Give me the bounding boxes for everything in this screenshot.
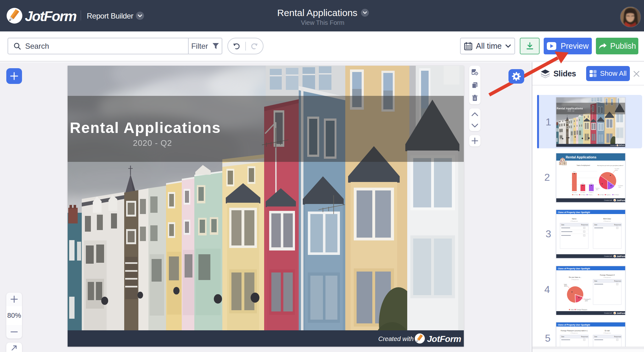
svg-text:How long have you lived in you: How long have you lived in your given(ab… xyxy=(597,165,623,166)
svg-text:2020 - Q2: 2020 - Q2 xyxy=(133,138,172,148)
svg-text:Foreign Passport (country/vali: Foreign Passport (country/valid in ) xyxy=(561,330,587,332)
svg-text:20%: 20% xyxy=(585,300,588,302)
svg-text:0-1 Year: 0-1 Year xyxy=(574,194,578,195)
svg-text:4 Responses: 4 Responses xyxy=(603,277,611,278)
svg-text:$: $ xyxy=(564,162,565,165)
svg-text:JotForm: JotForm xyxy=(617,255,625,258)
svg-text:5 years +: 5 years + xyxy=(606,194,612,195)
svg-text:Rental Applications: Rental Applications xyxy=(70,119,221,136)
svg-text:Rental Applications: Rental Applications xyxy=(566,155,597,159)
svg-text:5 Years +: 5 Years + xyxy=(589,192,594,193)
svg-text:30%: 30% xyxy=(596,189,598,190)
svg-text:Created with: Created with xyxy=(604,256,612,257)
svg-text:Date: Date xyxy=(594,280,597,282)
svg-text:1-5 Years: 1-5 Years xyxy=(618,185,623,186)
svg-text:E-mail: E-mail xyxy=(605,330,610,332)
svg-text:Responses: Responses xyxy=(581,224,588,226)
svg-text:5 Years +: 5 Years + xyxy=(588,194,593,195)
svg-text:Date: Date xyxy=(561,336,564,338)
svg-text:Clone of Property User Spotlig: Clone of Property User Spotlight xyxy=(558,211,590,214)
svg-text:Created with: Created with xyxy=(604,200,612,201)
svg-text:Clone of Property User Spotlig: Clone of Property User Spotlight xyxy=(558,324,590,326)
svg-text:Foreign Passport: Foreign Passport xyxy=(576,309,587,311)
svg-text:Created with: Created with xyxy=(604,312,612,314)
svg-text:4 Responses: 4 Responses xyxy=(570,332,578,334)
svg-text:50%: 50% xyxy=(615,170,618,171)
svg-text:Clone of Property User Spotlig: Clone of Property User Spotlight xyxy=(558,267,590,270)
svg-text:1-5 Years: 1-5 Years xyxy=(614,194,619,195)
svg-text:Created with: Created with xyxy=(378,335,414,342)
svg-text:Birth Date: Birth Date xyxy=(603,218,611,220)
svg-text:60%: 60% xyxy=(573,171,576,173)
svg-text:0-1 Year: 0-1 Year xyxy=(599,194,604,195)
svg-text:Responses: Responses xyxy=(614,336,621,338)
svg-text:5 years +: 5 years + xyxy=(595,188,601,189)
svg-text:Foreign Passport #: Foreign Passport # xyxy=(600,274,615,276)
svg-text:1-5 Years: 1-5 Years xyxy=(580,194,586,195)
svg-text:Date: Date xyxy=(594,336,597,338)
svg-text:80%: 80% xyxy=(564,285,567,287)
svg-text:4 Responses: 4 Responses xyxy=(571,279,579,280)
svg-text:20%: 20% xyxy=(582,183,584,184)
svg-text:Responses: Responses xyxy=(581,336,588,338)
svg-text:Do you have a...: Do you have a... xyxy=(569,276,582,278)
svg-text:1-5 Years: 1-5 Years xyxy=(580,192,585,193)
svg-text:Date: Date xyxy=(594,224,597,226)
svg-text:0-1 Year: 0-1 Year xyxy=(572,192,577,193)
svg-text:20%: 20% xyxy=(619,187,621,188)
svg-text:0-1 Year: 0-1 Year xyxy=(615,168,619,169)
svg-text:4 Responses: 4 Responses xyxy=(570,220,578,222)
svg-text:4 Responses: 4 Responses xyxy=(603,332,611,334)
svg-text:Valid: Valid xyxy=(571,309,574,311)
svg-text:JotForm: JotForm xyxy=(617,199,625,202)
svg-text:Years of employment: Years of employment xyxy=(577,165,591,166)
svg-text:JotForm: JotForm xyxy=(427,334,461,344)
svg-text:Name: Name xyxy=(572,218,577,220)
svg-text:Date: Date xyxy=(561,224,564,226)
svg-text:4 Responses: 4 Responses xyxy=(603,220,611,222)
svg-text:Responses: Responses xyxy=(614,280,621,282)
svg-text:JotForm: JotForm xyxy=(617,312,625,315)
svg-text:Responses: Responses xyxy=(614,224,621,226)
svg-text:20%: 20% xyxy=(590,183,593,184)
